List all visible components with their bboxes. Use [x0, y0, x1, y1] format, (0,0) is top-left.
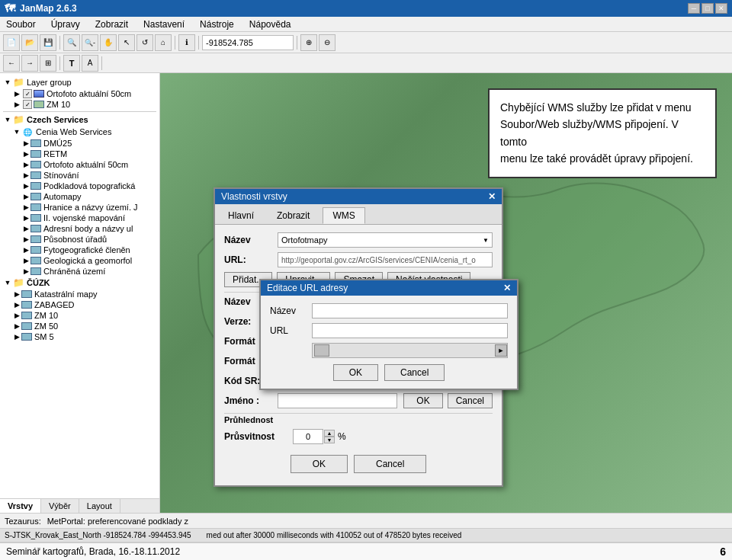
save-button[interactable]: 💾 [40, 34, 56, 51]
tab-hlavni[interactable]: Hlavní [218, 207, 264, 224]
info-button[interactable]: ℹ [178, 34, 195, 51]
expand-icon[interactable]: ▶ [12, 89, 21, 98]
list-item[interactable]: ▶ Stínování [3, 170, 156, 181]
tab-vyber[interactable]: Výběr [41, 499, 79, 513]
layer-checkbox[interactable]: ✓ [23, 89, 32, 98]
menu-nastroje[interactable]: Nástroje [197, 19, 237, 30]
list-item[interactable]: ▼ 📁 Czech Services [3, 114, 156, 126]
expand-icon[interactable]: ▶ [12, 332, 21, 341]
open-button[interactable]: 📂 [21, 34, 38, 51]
jmeno-ok-button[interactable]: OK [403, 393, 442, 408]
nazev-dropdown[interactable]: Ortofotmapy ▼ [278, 232, 493, 248]
expand-icon[interactable]: ▼ [3, 115, 12, 124]
text-button[interactable]: T [63, 55, 80, 72]
tool-extra-1[interactable]: ⊕ [300, 34, 317, 51]
list-item[interactable]: ▶ Fytogeografické členěn [3, 245, 156, 255]
url-nazev-input[interactable] [312, 303, 508, 318]
expand-icon[interactable]: ▶ [21, 149, 30, 158]
list-item[interactable]: ▶ Adresní body a názvy ul [3, 223, 156, 234]
list-item[interactable]: ▶ RETM [3, 149, 156, 159]
arrow-right-button[interactable]: → [21, 55, 38, 72]
zoom-in-button[interactable]: 🔍 [63, 34, 80, 51]
list-item[interactable]: ▶ SM 5 [3, 331, 156, 342]
spin-down[interactable]: ▼ [324, 437, 335, 443]
home-button[interactable]: ⌂ [155, 34, 172, 51]
pan-button[interactable]: ✋ [100, 34, 117, 51]
list-item[interactable]: ▶ ✓ ZM 10 [3, 99, 156, 110]
menu-napoveda[interactable]: Nápověda [246, 19, 294, 30]
expand-icon[interactable]: ▶ [21, 235, 30, 244]
arrow-left-button[interactable]: ← [3, 55, 20, 72]
url-scrollbar[interactable]: ► [312, 343, 508, 358]
label-button[interactable]: A [82, 55, 98, 72]
list-item[interactable]: ▶ ZM 50 [3, 321, 156, 331]
expand-icon[interactable]: ▼ [3, 278, 12, 287]
tab-wms[interactable]: WMS [323, 207, 364, 224]
url-cancel-button[interactable]: Cancel [384, 364, 445, 381]
spin-up[interactable]: ▲ [324, 430, 335, 437]
url-input[interactable] [278, 252, 493, 267]
tab-vrstvy[interactable]: Vrstvy [0, 499, 41, 513]
new-button[interactable]: 📄 [3, 34, 20, 51]
expand-icon[interactable]: ▶ [21, 171, 30, 180]
expand-icon[interactable]: ▶ [12, 322, 21, 331]
close-button[interactable]: ✕ [715, 3, 727, 14]
list-item[interactable]: ▶ Automapy [3, 191, 156, 202]
select-button[interactable]: ↖ [118, 34, 135, 51]
list-item[interactable]: ▶ Ortofoto aktuální 50cm [3, 159, 156, 170]
expand-icon[interactable]: ▶ [12, 290, 21, 299]
jmeno-cancel-button[interactable]: Cancel [448, 393, 493, 408]
list-item[interactable]: ▶ Chráněná území [3, 266, 156, 277]
list-item[interactable]: ▶ Hranice a názvy území. J [3, 202, 156, 213]
map-area[interactable]: Chybějící WMS služby lze přidat v menu S… [160, 73, 732, 513]
jmeno-input[interactable] [278, 393, 397, 408]
expand-icon[interactable]: ▼ [12, 127, 21, 136]
list-item[interactable]: ▶ ✓ Ortofoto aktuální 50cm [3, 88, 156, 99]
list-item[interactable]: ▼ 📁 Layer group [3, 76, 156, 88]
expand-icon[interactable]: ▶ [12, 311, 21, 320]
zoom-out-button[interactable]: 🔍- [82, 34, 98, 51]
dialog-properties-close[interactable]: ✕ [488, 191, 496, 202]
properties-cancel-button[interactable]: Cancel [354, 455, 426, 473]
tab-zobrazit[interactable]: Zobrazit [267, 207, 319, 224]
expand-icon[interactable]: ▼ [3, 78, 12, 87]
properties-ok-button[interactable]: OK [291, 455, 348, 473]
expand-icon[interactable]: ▶ [21, 203, 30, 212]
extent-button[interactable]: ⊞ [40, 55, 56, 72]
minimize-button[interactable]: ─ [688, 3, 700, 14]
layer-checkbox[interactable]: ✓ [23, 100, 32, 109]
list-item[interactable]: ▼ 📁 ČÚZK [3, 277, 156, 289]
expand-icon[interactable]: ▶ [21, 267, 30, 276]
list-item[interactable]: ▼ 🌐 Cenia Web Services [3, 126, 156, 138]
expand-icon[interactable]: ▶ [21, 160, 30, 169]
dialog-url-close[interactable]: ✕ [503, 283, 511, 293]
expand-icon[interactable]: ▶ [12, 100, 21, 109]
expand-icon[interactable]: ▶ [21, 224, 30, 233]
list-item[interactable]: ▶ DMÚ25 [3, 138, 156, 149]
list-item[interactable]: ▶ Podkladová topografická [3, 181, 156, 191]
refresh-button[interactable]: ↺ [136, 34, 153, 51]
expand-icon[interactable]: ▶ [21, 139, 30, 148]
expand-icon[interactable]: ▶ [21, 256, 30, 265]
expand-icon[interactable]: ▶ [21, 213, 30, 222]
list-item[interactable]: ▶ Působnost úřadů [3, 234, 156, 245]
coordinate-input[interactable] [202, 35, 294, 50]
url-url-input[interactable] [312, 323, 508, 338]
menu-nastaveni[interactable]: Nastavení [140, 19, 188, 30]
menu-zobrazit[interactable]: Zobrazit [92, 19, 131, 30]
tab-layout[interactable]: Layout [79, 499, 120, 513]
url-ok-button[interactable]: OK [333, 364, 378, 381]
menu-soubor[interactable]: Soubor [3, 19, 39, 30]
list-item[interactable]: ▶ ZM 10 [3, 310, 156, 321]
url-scroll-right-arrow[interactable]: ► [495, 344, 507, 357]
expand-icon[interactable]: ▶ [21, 245, 30, 254]
list-item[interactable]: ▶ Geologická a geomorfol [3, 255, 156, 266]
list-item[interactable]: ▶ Katastrální mapy [3, 289, 156, 299]
list-item[interactable]: ▶ II. vojenské mapování [3, 213, 156, 223]
expand-icon[interactable]: ▶ [21, 181, 30, 190]
tool-extra-2[interactable]: ⊖ [319, 34, 336, 51]
menu-upravy[interactable]: Úpravy [48, 19, 83, 30]
restore-button[interactable]: □ [702, 3, 714, 14]
expand-icon[interactable]: ▶ [21, 192, 30, 201]
expand-icon[interactable]: ▶ [12, 300, 21, 309]
